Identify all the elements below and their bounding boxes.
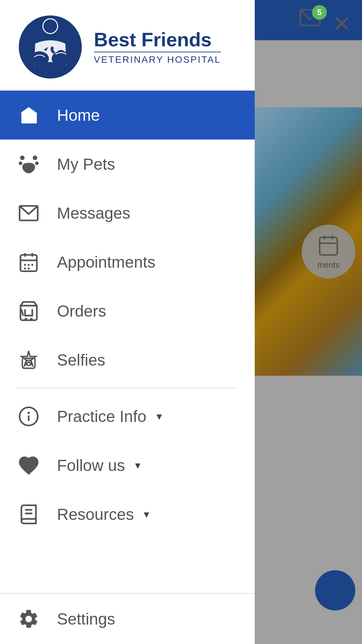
practice-info-label: Practice Info ▾ xyxy=(57,407,162,426)
svg-point-17 xyxy=(35,161,39,165)
nav-item-settings[interactable]: Settings xyxy=(0,593,255,644)
app-subtitle: VETERINARY HOSPITAL xyxy=(94,52,221,65)
resources-chevron: ▾ xyxy=(144,508,149,521)
nav-item-appointments[interactable]: Appointments xyxy=(0,237,255,286)
settings-icon xyxy=(17,607,40,631)
logo-image xyxy=(17,13,84,80)
resources-icon xyxy=(17,502,40,526)
svg-rect-27 xyxy=(27,267,29,269)
close-button[interactable] xyxy=(328,10,355,37)
heart-icon xyxy=(17,453,40,477)
appointments-icon xyxy=(17,250,40,274)
svg-rect-25 xyxy=(31,264,33,265)
svg-point-10 xyxy=(35,52,44,62)
notification-badge: 5 xyxy=(312,5,327,20)
info-icon xyxy=(17,405,40,428)
nav-item-resources[interactable]: Resources ▾ xyxy=(0,490,255,539)
home-label: Home xyxy=(57,106,100,124)
nav-item-orders[interactable]: Orders xyxy=(0,286,255,335)
nav-item-messages[interactable]: Messages xyxy=(0,189,255,237)
svg-point-30 xyxy=(30,318,33,320)
messages-label: Messages xyxy=(57,204,130,222)
svg-rect-26 xyxy=(24,267,25,269)
nav-item-practice-info[interactable]: Practice Info ▾ xyxy=(0,392,255,441)
my-pets-label: My Pets xyxy=(57,155,115,173)
nav-item-follow-us[interactable]: Follow us ▾ xyxy=(0,441,255,490)
svg-point-15 xyxy=(33,155,37,160)
svg-point-8 xyxy=(43,19,58,34)
selfies-label: Selfies xyxy=(57,351,105,369)
logo-container: Best Friends VETERINARY HOSPITAL xyxy=(17,13,221,80)
nav-item-home[interactable]: Home xyxy=(0,91,255,140)
nav-item-my-pets[interactable]: My Pets xyxy=(0,140,255,189)
svg-point-29 xyxy=(24,318,27,320)
app-name: Best Friends xyxy=(94,29,221,50)
orders-label: Orders xyxy=(57,302,106,320)
appointments-label: Appointments xyxy=(57,253,156,271)
svg-line-31 xyxy=(21,309,23,316)
follow-us-label: Follow us ▾ xyxy=(57,456,140,475)
orders-icon xyxy=(17,299,40,323)
messages-icon xyxy=(17,201,40,225)
svg-point-16 xyxy=(18,161,22,165)
selfies-icon xyxy=(17,348,40,372)
notification-icon[interactable]: 5 xyxy=(298,7,325,30)
logo-text: Best Friends VETERINARY HOSPITAL xyxy=(94,29,221,65)
nav-item-selfies[interactable]: Selfies xyxy=(0,335,255,384)
settings-label: Settings xyxy=(57,610,115,628)
nav-divider xyxy=(17,388,238,388)
paw-icon xyxy=(17,152,40,176)
svg-rect-23 xyxy=(24,264,25,265)
follow-us-chevron: ▾ xyxy=(135,459,140,472)
home-icon xyxy=(17,103,40,127)
svg-rect-24 xyxy=(27,264,29,265)
svg-point-12 xyxy=(56,50,66,61)
svg-point-14 xyxy=(20,155,24,160)
side-drawer: Best Friends VETERINARY HOSPITAL Home My xyxy=(0,0,255,644)
drawer-header: Best Friends VETERINARY HOSPITAL xyxy=(0,0,255,91)
notification-area[interactable]: 5 xyxy=(298,7,325,30)
resources-label: Resources ▾ xyxy=(57,505,149,524)
practice-info-chevron: ▾ xyxy=(157,410,162,423)
